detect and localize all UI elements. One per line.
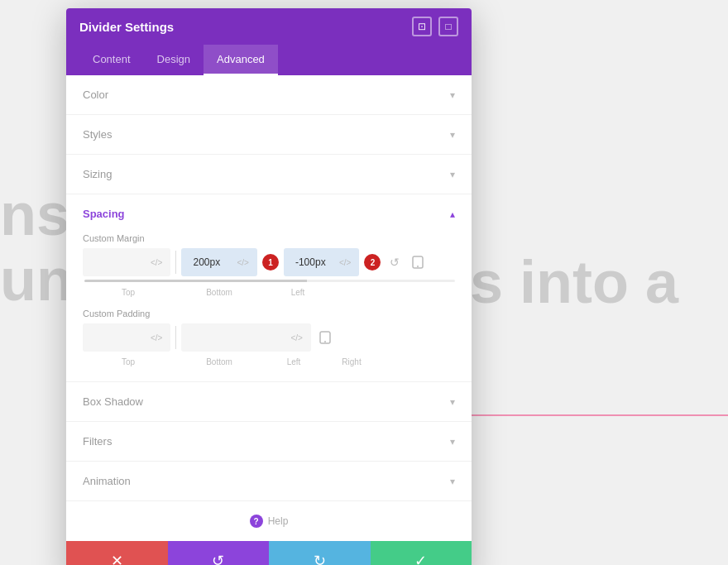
chevron-down-icon: ▾: [450, 396, 455, 408]
margin-left-label: Left: [291, 288, 305, 297]
margin-top-label: Top: [122, 288, 135, 297]
padding-right-label: Right: [342, 357, 361, 366]
margin-bottom-label: Bottom: [206, 288, 232, 297]
padding-left-label: Left: [287, 357, 301, 366]
section-box-shadow[interactable]: Box Shadow ▾: [66, 382, 472, 422]
custom-padding-group: Custom Padding </>: [83, 309, 455, 368]
custom-margin-group: Custom Margin </>: [83, 233, 455, 299]
panel-tabs: Content Design Advanced: [66, 45, 472, 75]
margin-left-input[interactable]: [186, 251, 232, 273]
margin-right-input[interactable]: [289, 251, 334, 273]
panel-header: Divider Settings ⊡ □: [66, 8, 472, 45]
section-color-label: Color: [83, 89, 108, 101]
section-styles[interactable]: Styles ▾: [66, 115, 472, 155]
spacing-label: Spacing: [83, 208, 125, 220]
padding-top-label: Top: [122, 357, 135, 366]
code-icon: </>: [147, 256, 165, 269]
code-icon: </>: [147, 332, 165, 344]
panel-title: Divider Settings: [79, 20, 174, 34]
redo-button[interactable]: ↻: [269, 541, 371, 565]
save-button[interactable]: ✓: [371, 541, 472, 565]
help-row[interactable]: ? Help: [66, 501, 472, 541]
separator: [175, 251, 176, 274]
code-icon: </>: [287, 332, 305, 344]
undo-button[interactable]: ↺: [168, 541, 270, 565]
help-label: Help: [268, 515, 289, 527]
code-icon: </>: [233, 256, 251, 269]
chevron-down-icon: ▾: [450, 169, 455, 180]
spacing-header[interactable]: Spacing ▴: [66, 194, 472, 233]
help-icon: ?: [250, 515, 263, 528]
custom-margin-label: Custom Margin: [83, 233, 455, 243]
margin-top-input[interactable]: [88, 251, 146, 273]
section-color[interactable]: Color ▾: [66, 75, 472, 115]
section-sizing-label: Sizing: [83, 168, 112, 180]
chevron-up-icon: ▴: [450, 208, 455, 220]
device-icon-padding[interactable]: [316, 328, 334, 347]
reset-icon[interactable]: ↺: [386, 253, 404, 271]
padding-top-input[interactable]: [88, 327, 146, 348]
section-sizing[interactable]: Sizing ▾: [66, 155, 472, 194]
padding-bottom-label: Bottom: [206, 357, 232, 366]
code-icon: </>: [336, 256, 354, 269]
separator2: [175, 326, 176, 349]
padding-left-input[interactable]: [186, 327, 285, 348]
section-box-shadow-label: Box Shadow: [83, 395, 143, 408]
tab-content[interactable]: Content: [79, 45, 144, 75]
fullscreen-icon-button[interactable]: ⊡: [412, 17, 432, 36]
header-icons: ⊡ □: [412, 17, 458, 36]
margin-slider[interactable]: [84, 280, 455, 282]
spacing-content: Custom Margin </>: [66, 233, 472, 381]
section-spacing: Spacing ▴ Custom Margin </>: [66, 194, 472, 382]
badge-1: 1: [262, 254, 279, 271]
device-icon[interactable]: [409, 253, 427, 271]
modal-overlay: Divider Settings ⊡ □ Content Design Adva…: [0, 0, 728, 565]
chevron-down-icon: ▾: [450, 436, 455, 448]
svg-point-3: [324, 341, 326, 342]
section-filters[interactable]: Filters ▾: [66, 422, 472, 462]
badge-2: 2: [364, 254, 381, 271]
chevron-down-icon: ▾: [450, 129, 455, 141]
tab-advanced[interactable]: Advanced: [204, 45, 278, 75]
custom-padding-label: Custom Padding: [83, 309, 455, 318]
chevron-down-icon: ▾: [450, 89, 455, 101]
svg-point-1: [417, 266, 419, 267]
section-filters-label: Filters: [83, 435, 112, 448]
settings-panel: Divider Settings ⊡ □ Content Design Adva…: [66, 8, 472, 565]
section-styles-label: Styles: [83, 128, 112, 141]
panel-body: Color ▾ Styles ▾ Sizing ▾ Spacing ▴: [66, 75, 472, 541]
cancel-button[interactable]: ✕: [66, 541, 168, 565]
expand-icon-button[interactable]: □: [438, 17, 458, 36]
chevron-down-icon: ▾: [450, 476, 455, 487]
tab-design[interactable]: Design: [144, 45, 204, 75]
section-animation[interactable]: Animation ▾: [66, 462, 472, 501]
section-animation-label: Animation: [83, 475, 131, 487]
bottom-bar: ✕ ↺ ↻ ✓: [66, 541, 472, 565]
